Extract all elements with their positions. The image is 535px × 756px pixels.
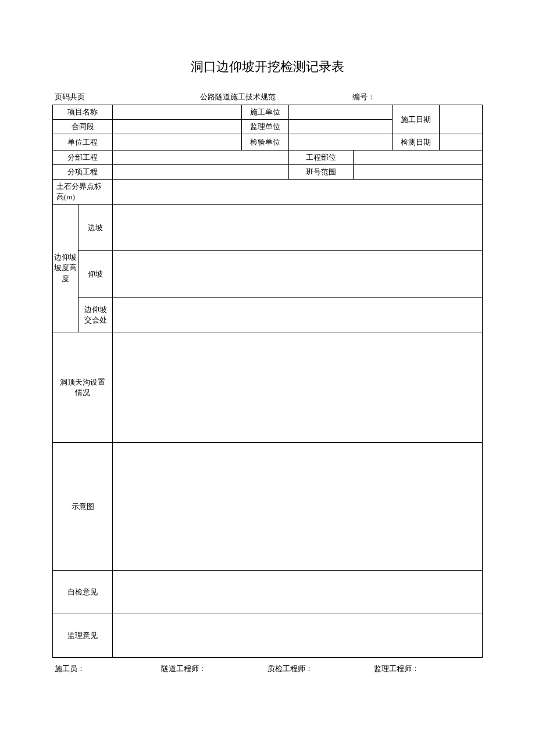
- table-row: 土石分界点标高(m): [53, 180, 483, 205]
- label-unit-project: 单位工程: [53, 134, 113, 151]
- table-row: 洞顶天沟设置情况: [53, 332, 483, 443]
- label-supervision-engineer: 监理工程师：: [374, 664, 480, 674]
- label-inspection-unit: 检验单位: [242, 134, 289, 151]
- table-row: 分项工程 班号范围: [53, 165, 483, 180]
- table-row: 边仰坡坡度高度 边坡: [53, 205, 483, 251]
- label-supervision-unit: 监理单位: [242, 120, 289, 134]
- label-self-check: 自检意见: [53, 571, 113, 614]
- label-project-part: 工程部位: [289, 151, 354, 165]
- table-row: 自检意见: [53, 571, 483, 614]
- label-construction-date: 施工日期: [392, 105, 439, 134]
- label-project-name: 项目名称: [53, 105, 113, 120]
- label-construction-unit: 施工单位: [242, 105, 289, 120]
- label-sub-project: 分部工程: [53, 151, 113, 165]
- label-ditch: 洞顶天沟设置情况: [53, 332, 113, 443]
- record-table: 项目名称 施工单位 施工日期 合同段 监理单位 单位工程 检验单位 检测日期 分…: [52, 105, 483, 658]
- label-tunnel-engineer: 隧道工程师：: [161, 664, 268, 674]
- label-slope-intersection: 边仰坡交会处: [79, 298, 113, 332]
- table-row: 边仰坡交会处: [53, 298, 483, 332]
- value-construction-unit: [289, 105, 392, 120]
- value-project-part: [354, 151, 483, 165]
- label-slope-group: 边仰坡坡度高度: [53, 205, 79, 332]
- table-row: 监理意见: [53, 614, 483, 658]
- value-boundary-elevation: [113, 180, 483, 205]
- label-upward-slope: 仰坡: [79, 251, 113, 298]
- label-side-slope: 边坡: [79, 205, 113, 251]
- value-inspection-unit: [289, 134, 392, 151]
- value-supervision-unit: [289, 120, 392, 134]
- page-label: 页码共页: [55, 92, 200, 102]
- value-side-slope: [113, 205, 483, 251]
- value-self-check: [113, 571, 483, 614]
- label-contract-section: 合同段: [53, 120, 113, 134]
- value-contract-section: [113, 120, 242, 134]
- table-row: 仰坡: [53, 251, 483, 298]
- value-inspection-date: [440, 134, 483, 151]
- label-diagram: 示意图: [53, 443, 113, 571]
- footer-line: 施工员： 隧道工程师： 质检工程师： 监理工程师：: [52, 664, 483, 674]
- label-class-range: 班号范围: [289, 165, 354, 180]
- value-slope-intersection: [113, 298, 483, 332]
- table-row: 分部工程 工程部位: [53, 151, 483, 165]
- value-item-project: [113, 165, 289, 180]
- value-construction-date: [440, 105, 483, 134]
- label-constructor: 施工员：: [55, 664, 161, 674]
- table-row: 单位工程 检验单位 检测日期: [53, 134, 483, 151]
- spec-label: 公路隧道施工技术规范: [200, 92, 352, 102]
- value-sub-project: [113, 151, 289, 165]
- value-supervision-opinion: [113, 614, 483, 658]
- label-item-project: 分项工程: [53, 165, 113, 180]
- label-supervision-opinion: 监理意见: [53, 614, 113, 658]
- value-unit-project: [113, 134, 242, 151]
- value-diagram: [113, 443, 483, 571]
- table-row: 示意图: [53, 443, 483, 571]
- table-row: 项目名称 施工单位 施工日期: [53, 105, 483, 120]
- value-class-range: [354, 165, 483, 180]
- value-project-name: [113, 105, 242, 120]
- header-line: 页码共页 公路隧道施工技术规范 编号：: [52, 92, 483, 102]
- number-label: 编号：: [352, 92, 480, 102]
- label-boundary-elevation: 土石分界点标高(m): [53, 180, 113, 205]
- label-inspection-date: 检测日期: [392, 134, 439, 151]
- page-title: 洞口边仰坡开挖检测记录表: [52, 58, 483, 76]
- label-qc-engineer: 质检工程师：: [268, 664, 374, 674]
- value-ditch: [113, 332, 483, 443]
- value-upward-slope: [113, 251, 483, 298]
